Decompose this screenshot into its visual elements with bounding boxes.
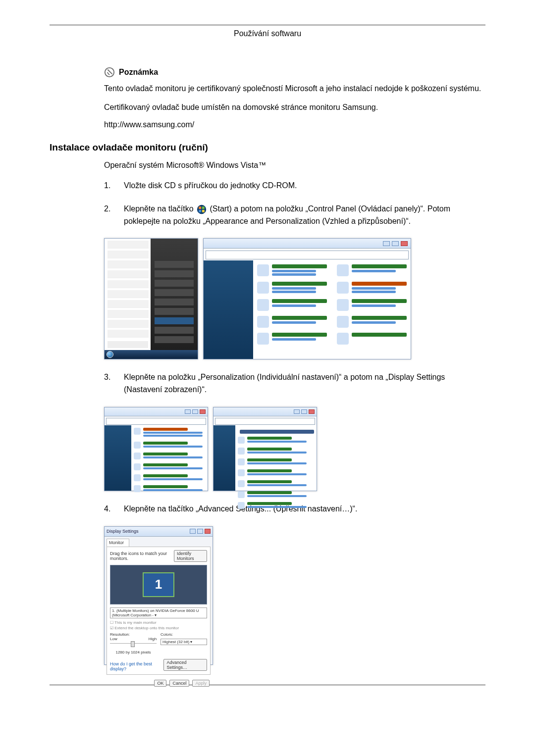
step-text: Klepněte na tlačítko (Start) a potom na …: [124, 203, 485, 228]
screenshots-step2: [104, 238, 485, 359]
step-number: 1.: [104, 180, 115, 192]
note-block: Poznámka Tento ovladač monitoru je certi…: [104, 67, 485, 129]
windows-start-icon: [197, 204, 207, 214]
step-1: 1. Vložte disk CD s příručkou do jednotk…: [104, 180, 485, 192]
step-2: 2. Klepněte na tlačítko (Start) a potom …: [104, 203, 485, 228]
step-text: Vložte disk CD s příručkou do jednotky C…: [124, 180, 485, 192]
svg-rect-4: [199, 209, 201, 212]
ds-colors-label: Colors:: [160, 632, 207, 637]
step2-pre: Klepněte na tlačítko: [124, 204, 196, 213]
ok-button[interactable]: OK: [154, 680, 166, 687]
step-number: 4.: [104, 503, 115, 515]
ds-resolution-slider[interactable]: [110, 643, 157, 648]
svg-rect-2: [199, 206, 201, 209]
ds-colors-select[interactable]: Highest (32 bit) ▾: [160, 639, 207, 645]
ds-resolution-value: 1280 by 1024 pixels: [110, 650, 157, 655]
svg-rect-5: [202, 209, 205, 212]
note-icon: [104, 67, 115, 78]
screenshot-personalization-2: [213, 407, 317, 491]
screenshot-start-menu: [104, 238, 198, 359]
note-paragraph-1: Tento ovladač monitoru je certifikovaný …: [104, 83, 485, 95]
svg-point-0: [105, 68, 114, 77]
ds-tab-monitor[interactable]: Monitor: [107, 539, 129, 547]
advanced-settings-button[interactable]: Advanced Settings…: [163, 659, 207, 671]
note-paragraph-2: Certifikovaný ovladač bude umístěn na do…: [104, 101, 485, 113]
cancel-button[interactable]: Cancel: [169, 680, 189, 687]
screenshot-personalization-1: [104, 407, 208, 491]
ds-extend-desktop-checkbox[interactable]: ☑ Extend the desktop onto this monitor: [110, 626, 207, 630]
step-text: Klepněte na položku „Personalization (In…: [124, 371, 485, 396]
svg-rect-3: [202, 206, 205, 209]
ds-res-low: Low: [110, 637, 117, 641]
ds-res-high: High: [149, 637, 157, 641]
apply-button[interactable]: Apply: [192, 680, 210, 687]
page-header: Používání softwaru: [50, 29, 485, 42]
ds-drag-label: Drag the icons to match your monitors.: [110, 551, 174, 561]
screenshot-control-panel: [203, 238, 411, 359]
note-url: http://www.samsung.com/: [104, 120, 485, 129]
note-title: Poznámka: [119, 68, 158, 77]
ds-monitor-1[interactable]: 1: [143, 572, 174, 597]
identify-monitors-button[interactable]: Identify Monitors: [174, 550, 207, 562]
screenshot-display-settings: Display Settings Monitor Drag the icons …: [104, 526, 213, 665]
maximize-icon[interactable]: [197, 529, 203, 534]
ds-window-title: Display Settings: [107, 529, 139, 534]
ds-monitor-preview[interactable]: 1: [110, 565, 207, 605]
close-icon[interactable]: [205, 529, 211, 534]
ds-resolution-label: Resolution:: [110, 632, 157, 637]
minimize-icon[interactable]: [190, 529, 196, 534]
screenshots-step3: [104, 407, 485, 491]
svg-point-1: [197, 204, 206, 213]
os-subtitle: Operační systém Microsoft® Windows Vista…: [104, 161, 485, 170]
step-3: 3. Klepněte na položku „Personalization …: [104, 371, 485, 396]
ds-main-monitor-checkbox[interactable]: ☐ This is my main monitor: [110, 620, 207, 625]
step-number: 3.: [104, 371, 115, 396]
ds-help-link[interactable]: How do I get the best display?: [110, 661, 163, 671]
ds-monitor-select[interactable]: 1. (Multiple Monitors) on NVIDIA GeForce…: [110, 607, 207, 618]
step-number: 2.: [104, 203, 115, 228]
section-heading: Instalace ovladače monitoru (ruční): [50, 142, 485, 153]
